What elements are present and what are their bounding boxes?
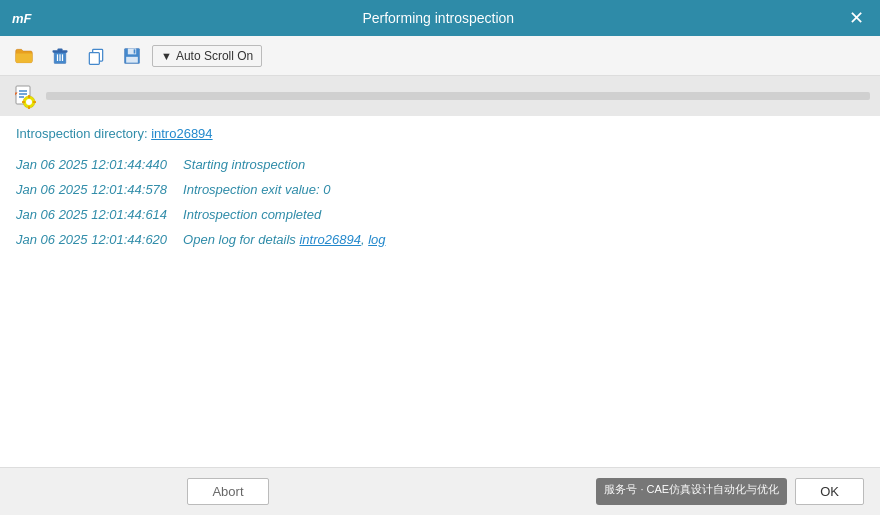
footer-left: Abort [16, 478, 440, 505]
svg-rect-21 [33, 101, 36, 103]
close-button[interactable]: ✕ [845, 7, 868, 29]
open-folder-button[interactable] [8, 42, 40, 70]
log-link-intro[interactable]: intro26894 [299, 232, 360, 247]
log-timestamp-2: Jan 06 2025 12:01:44:578 [16, 182, 167, 197]
svg-rect-19 [28, 106, 30, 109]
log-timestamp-3: Jan 06 2025 12:01:44:614 [16, 207, 167, 222]
log-message-4: Open log for details intro26894, log [183, 232, 385, 247]
folder-icon [14, 46, 34, 66]
log-content: Introspection directory: intro26894 Jan … [0, 116, 880, 467]
log-entry-2: Jan 06 2025 12:01:44:578 Introspection e… [16, 182, 864, 197]
wechat-watermark: 服务号 · CAE仿真设计自动化与优化 [596, 478, 787, 505]
svg-rect-18 [28, 95, 30, 98]
copy-button[interactable] [80, 42, 112, 70]
save-button[interactable] [116, 42, 148, 70]
svg-rect-20 [22, 101, 25, 103]
status-icon [10, 82, 38, 110]
progress-bar [46, 92, 870, 100]
log-message-3: Introspection completed [183, 207, 321, 222]
window-title: Performing introspection [32, 10, 846, 26]
gear-document-icon [10, 82, 38, 110]
directory-link[interactable]: intro26894 [151, 126, 212, 141]
log-timestamp-1: Jan 06 2025 12:01:44:440 [16, 157, 167, 172]
directory-label: Introspection directory: [16, 126, 148, 141]
title-bar: mF Performing introspection ✕ [0, 0, 880, 36]
abort-button[interactable]: Abort [187, 478, 268, 505]
svg-rect-2 [58, 48, 63, 51]
svg-point-17 [26, 99, 32, 105]
auto-scroll-button[interactable]: ▼ Auto Scroll On [152, 45, 262, 67]
svg-rect-7 [89, 52, 99, 64]
svg-rect-10 [126, 56, 138, 62]
log-timestamp-4: Jan 06 2025 12:01:44:620 [16, 232, 167, 247]
auto-scroll-label: Auto Scroll On [176, 49, 253, 63]
content-area: Introspection directory: intro26894 Jan … [0, 76, 880, 467]
app-logo: mF [12, 11, 32, 26]
toolbar: ▼ Auto Scroll On [0, 36, 880, 76]
status-row [0, 76, 880, 116]
log-message-1: Starting introspection [183, 157, 305, 172]
ok-button[interactable]: OK [795, 478, 864, 505]
footer: Abort 服务号 · CAE仿真设计自动化与优化 OK [0, 467, 880, 515]
log-link-log[interactable]: log [368, 232, 385, 247]
auto-scroll-arrow: ▼ [161, 50, 172, 62]
directory-line: Introspection directory: intro26894 [16, 126, 864, 141]
log-entry-3: Jan 06 2025 12:01:44:614 Introspection c… [16, 207, 864, 222]
log-message-2: Introspection exit value: 0 [183, 182, 330, 197]
save-icon [122, 46, 142, 66]
delete-button[interactable] [44, 42, 76, 70]
log-entry-1: Jan 06 2025 12:01:44:440 Starting intros… [16, 157, 864, 172]
svg-rect-11 [134, 49, 136, 53]
copy-icon [86, 46, 106, 66]
footer-right: 服务号 · CAE仿真设计自动化与优化 OK [440, 478, 864, 505]
log-message-4-text: Open log for details [183, 232, 299, 247]
trash-icon [50, 46, 70, 66]
log-entry-4: Jan 06 2025 12:01:44:620 Open log for de… [16, 232, 864, 247]
